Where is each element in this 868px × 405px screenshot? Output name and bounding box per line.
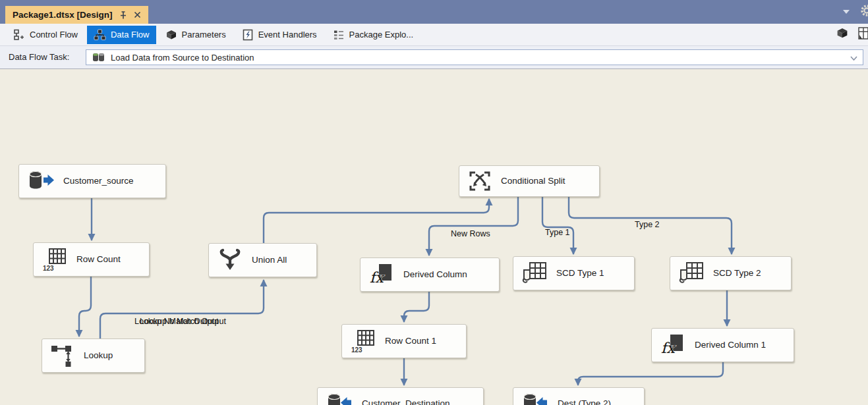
tab-control-flow[interactable]: Control Flow bbox=[7, 26, 84, 44]
node-row-count[interactable]: 123Row Count bbox=[33, 242, 150, 277]
node-union-all[interactable]: Union All bbox=[208, 243, 317, 277]
tab-package-explo[interactable]: Package Explo... bbox=[326, 26, 420, 44]
connector-label-lookup-match-output: Lookup Match Output bbox=[140, 317, 219, 326]
data-flow-task-label: Data Flow Task: bbox=[9, 52, 69, 62]
node-scd-type-1[interactable]: SCD Type 1 bbox=[513, 256, 635, 290]
tab-label: Parameters bbox=[182, 30, 226, 40]
svg-text:fx: fx bbox=[370, 269, 385, 286]
package-icon[interactable] bbox=[836, 27, 849, 42]
database-destination-icon bbox=[522, 392, 548, 405]
connector-derived-column-1-to-dest-type-2[interactable] bbox=[578, 362, 723, 385]
node-row-count-1[interactable]: 123Row Count 1 bbox=[341, 324, 467, 358]
lookup-icon bbox=[51, 344, 74, 367]
node-conditional-split[interactable]: Conditional Split bbox=[459, 165, 600, 197]
node-label: SCD Type 2 bbox=[713, 268, 761, 279]
node-label: Conditional Split bbox=[501, 176, 565, 186]
design-canvas[interactable]: Customer_source123Row CountLookupUnion A… bbox=[0, 69, 868, 405]
gear-icon[interactable] bbox=[859, 3, 868, 20]
connector-label-new-rows: New Rows bbox=[451, 229, 490, 238]
derived-column-icon: fx bbox=[660, 334, 685, 356]
node-dest-type-2[interactable]: Dest (Type 2) bbox=[513, 387, 645, 405]
chevron-down-icon[interactable] bbox=[843, 10, 850, 14]
node-label: Customer_Destination bbox=[362, 398, 450, 405]
derived-column-icon: fx bbox=[369, 263, 394, 286]
svg-text:fx: fx bbox=[661, 340, 676, 356]
node-label: Customer_source bbox=[63, 176, 134, 186]
node-customer-source[interactable]: Customer_source bbox=[18, 164, 166, 198]
connector-lookup-to-union-all[interactable] bbox=[100, 280, 264, 338]
row-count-icon: 123 bbox=[42, 248, 67, 271]
node-scd-type-2[interactable]: SCD Type 2 bbox=[670, 256, 792, 290]
tab-label: Event Handlers bbox=[258, 30, 317, 40]
control-flow-icon bbox=[13, 29, 25, 41]
tab-parameters[interactable]: Parameters bbox=[159, 26, 233, 44]
tab-event-handlers[interactable]: Event Handlers bbox=[235, 26, 324, 44]
connector-label-type-1: Type 1 bbox=[545, 228, 570, 237]
node-label: Union All bbox=[252, 255, 287, 265]
node-label: Row Count 1 bbox=[385, 336, 436, 346]
document-tab-title: Package1.dtsx [Design] bbox=[13, 10, 113, 20]
pin-icon[interactable] bbox=[119, 11, 127, 20]
scd-icon bbox=[679, 261, 704, 285]
tab-label: Control Flow bbox=[30, 30, 78, 40]
data-flow-task-row: Data Flow Task: Load Data from Source to… bbox=[0, 46, 868, 69]
tab-label: Package Explo... bbox=[349, 30, 414, 40]
connector-derived-column-to-row-count-1[interactable] bbox=[404, 292, 429, 322]
document-tab[interactable]: Package1.dtsx [Design] bbox=[5, 6, 148, 24]
row-count-icon: 123 bbox=[351, 329, 376, 353]
union-all-icon bbox=[217, 248, 243, 272]
database-source-icon bbox=[28, 170, 54, 192]
node-customer-destination[interactable]: Customer_Destination bbox=[317, 387, 484, 405]
svg-text:123: 123 bbox=[351, 346, 362, 354]
node-derived-column-1[interactable]: fxDerived Column 1 bbox=[651, 328, 794, 362]
database-destination-icon bbox=[326, 392, 353, 405]
package-explorer-icon bbox=[333, 29, 345, 41]
node-label: Dest (Type 2) bbox=[558, 398, 611, 405]
data-flow-task-value: Load Data from Source to Destination bbox=[111, 53, 254, 63]
node-label: Lookup bbox=[84, 350, 113, 361]
close-icon[interactable] bbox=[134, 11, 141, 18]
tab-label: Data Flow bbox=[111, 30, 150, 40]
data-flow-task-combobox[interactable]: Load Data from Source to Destination bbox=[86, 49, 863, 65]
connector-conditional-split-to-derived-column[interactable] bbox=[429, 197, 518, 256]
data-flow-task-icon bbox=[92, 51, 105, 63]
node-label: Derived Column 1 bbox=[695, 340, 766, 350]
parameters-icon bbox=[165, 29, 177, 41]
tab-data-flow[interactable]: Data Flow bbox=[87, 26, 156, 44]
node-derived-column[interactable]: fxDerived Column bbox=[360, 257, 500, 292]
scd-icon bbox=[522, 261, 547, 285]
node-label: SCD Type 1 bbox=[556, 268, 604, 279]
variables-grid-icon[interactable] bbox=[858, 26, 868, 43]
node-label: Derived Column bbox=[403, 269, 467, 280]
node-label: Row Count bbox=[76, 254, 121, 265]
conditional-split-icon bbox=[468, 169, 492, 193]
combo-chevron-icon[interactable] bbox=[850, 53, 857, 63]
connector-row-count-to-lookup[interactable] bbox=[79, 277, 91, 337]
svg-text:123: 123 bbox=[43, 265, 54, 272]
data-flow-icon bbox=[94, 29, 106, 41]
connector-label-type-2: Type 2 bbox=[635, 220, 660, 229]
window-titlebar: Package1.dtsx [Design] bbox=[0, 0, 868, 24]
event-handlers-icon bbox=[242, 29, 254, 41]
node-lookup[interactable]: Lookup bbox=[42, 338, 145, 373]
designer-tab-strip: Control FlowData FlowParametersEvent Han… bbox=[0, 24, 868, 46]
